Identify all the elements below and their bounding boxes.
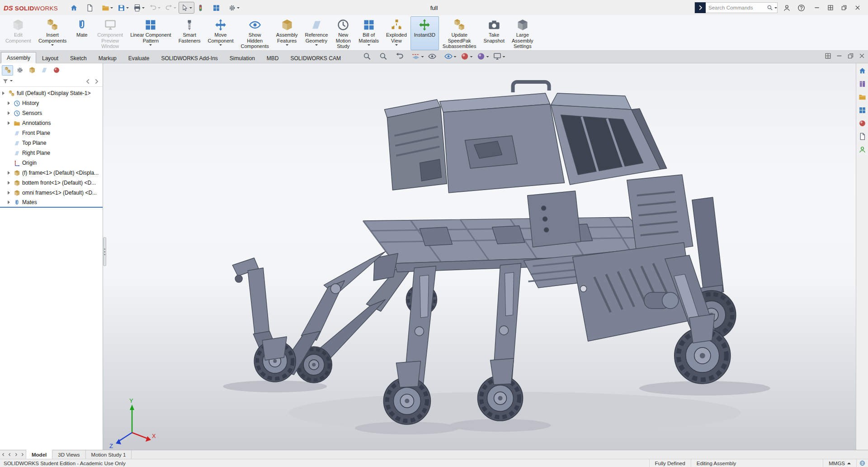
- expand-caret-icon[interactable]: [2, 91, 6, 95]
- tree-item[interactable]: Right Plane: [0, 148, 103, 158]
- view-toolbar-button[interactable]: [378, 51, 393, 62]
- quick-access-button[interactable]: [147, 2, 163, 14]
- doc-window-button[interactable]: [825, 52, 831, 61]
- tree-item[interactable]: History: [0, 98, 103, 108]
- ribbon-button[interactable]: Smart Fasteners: [175, 16, 204, 50]
- filter-icon[interactable]: [2, 78, 9, 85]
- doc-window-button[interactable]: [859, 52, 865, 61]
- ribbon-button[interactable]: Move Component: [204, 16, 237, 50]
- tree-item[interactable]: omni frames<1> (Default) <D...: [0, 188, 103, 198]
- search-input[interactable]: [706, 3, 765, 12]
- quick-access-button[interactable]: [226, 2, 242, 14]
- expand-caret-icon[interactable]: [8, 191, 12, 195]
- ribbon-button[interactable]: Show Hidden Components: [237, 16, 272, 50]
- task-pane-tab[interactable]: [857, 79, 867, 89]
- tree-item[interactable]: (f) frame<1> (Default) <Displa...: [0, 168, 103, 178]
- tab-scroll-button[interactable]: [20, 452, 24, 458]
- command-tab[interactable]: SOLIDWORKS CAM: [285, 52, 347, 63]
- tree-item[interactable]: Origin: [0, 158, 103, 168]
- tree-item[interactable]: bottem front<1> (Default) <D...: [0, 178, 103, 188]
- command-tab[interactable]: Sketch: [64, 52, 93, 63]
- panel-splitter-handle[interactable]: [103, 237, 106, 266]
- doc-window-button[interactable]: [836, 52, 843, 61]
- tab-scroll-button[interactable]: [14, 452, 18, 458]
- quick-access-button[interactable]: [163, 2, 179, 14]
- task-pane-tab[interactable]: [857, 105, 867, 115]
- expand-caret-icon[interactable]: [8, 111, 12, 115]
- tab-scroll-button[interactable]: [8, 452, 12, 458]
- doc-window-button[interactable]: [847, 52, 854, 61]
- unit-system-selector[interactable]: MMGS: [823, 459, 856, 467]
- ribbon-button[interactable]: Assembly Features: [273, 16, 302, 50]
- view-toolbar-button[interactable]: [443, 51, 458, 62]
- task-pane-tab[interactable]: [857, 92, 867, 102]
- tree-item[interactable]: Top Plane: [0, 138, 103, 148]
- expand-caret-icon[interactable]: [8, 181, 12, 185]
- tree-item[interactable]: Front Plane: [0, 128, 103, 138]
- web-status-button[interactable]: [856, 459, 868, 467]
- task-pane-tab[interactable]: [857, 131, 867, 141]
- ribbon-button[interactable]: Bill of Materials: [355, 16, 382, 50]
- quick-access-button[interactable]: [210, 2, 226, 14]
- model-3d-view[interactable]: Y X Z: [103, 63, 856, 450]
- quick-access-button[interactable]: [115, 2, 131, 14]
- search-icon[interactable]: [767, 5, 773, 11]
- user-account-button[interactable]: [781, 2, 792, 13]
- quick-access-button[interactable]: [194, 2, 210, 14]
- task-pane-tab[interactable]: [857, 66, 867, 76]
- tree-item[interactable]: Annotations: [0, 118, 103, 128]
- command-tab[interactable]: MBD: [261, 52, 285, 63]
- tab-scroll-left-icon[interactable]: [85, 78, 91, 85]
- graphics-viewport[interactable]: Y X Z: [103, 63, 856, 450]
- tree-item[interactable]: Mates: [0, 198, 103, 208]
- manager-tab[interactable]: [2, 65, 13, 76]
- manager-tab[interactable]: [38, 65, 50, 76]
- expand-caret-icon[interactable]: [8, 171, 12, 175]
- tree-item[interactable]: full (Default) <Display State-1>: [0, 88, 103, 98]
- ribbon-button[interactable]: Reference Geometry: [302, 16, 332, 50]
- ribbon-button[interactable]: Large Assembly Settings: [508, 16, 537, 50]
- search-launch-button[interactable]: [695, 2, 706, 13]
- view-toolbar-button[interactable]: [410, 51, 425, 62]
- manager-tab[interactable]: [14, 65, 25, 76]
- document-tab[interactable]: Motion Study 1: [86, 450, 132, 459]
- quick-access-button[interactable]: [84, 2, 99, 14]
- manager-tab[interactable]: [26, 65, 38, 76]
- window-control-button[interactable]: [824, 2, 837, 14]
- assembly-model[interactable]: [232, 82, 736, 384]
- quick-access-button[interactable]: [68, 2, 84, 14]
- view-toolbar-button[interactable]: [427, 51, 442, 62]
- ribbon-button[interactable]: New Motion Study: [331, 16, 355, 50]
- tab-scroll-right-icon[interactable]: [93, 78, 99, 85]
- command-tab[interactable]: Layout: [36, 52, 64, 63]
- view-toolbar-button[interactable]: [492, 51, 507, 62]
- filter-caret-icon[interactable]: [10, 80, 13, 83]
- expand-caret-icon[interactable]: [8, 200, 12, 204]
- manager-tab[interactable]: [51, 65, 62, 76]
- tree-item[interactable]: Sensors: [0, 108, 103, 118]
- ribbon-button[interactable]: Component Preview Window: [94, 16, 127, 50]
- command-tab[interactable]: Evaluate: [123, 52, 156, 63]
- ribbon-button[interactable]: Take Snapshot: [480, 16, 508, 50]
- tab-scroll-button[interactable]: [1, 452, 5, 458]
- view-toolbar-button[interactable]: [476, 51, 491, 62]
- command-tab[interactable]: Markup: [93, 52, 123, 63]
- view-toolbar-button[interactable]: [362, 51, 377, 62]
- view-toolbar-button[interactable]: [459, 51, 474, 62]
- view-toolbar-button[interactable]: [394, 51, 409, 62]
- window-control-button[interactable]: [837, 2, 851, 14]
- ribbon-button[interactable]: Linear Component Pattern: [127, 16, 175, 50]
- quick-access-button[interactable]: [99, 2, 115, 14]
- document-tab[interactable]: Model: [26, 450, 52, 459]
- task-pane-tab[interactable]: [857, 144, 867, 154]
- expand-caret-icon[interactable]: [8, 121, 12, 125]
- ribbon-button[interactable]: Exploded View: [382, 16, 410, 50]
- expand-caret-icon[interactable]: [8, 101, 12, 105]
- ribbon-button[interactable]: Edit Component: [2, 16, 35, 50]
- ribbon-button[interactable]: Update SpeedPak Subassemblies: [439, 16, 480, 50]
- command-tab[interactable]: SOLIDWORKS Add-Ins: [155, 52, 223, 63]
- quick-access-button[interactable]: [131, 2, 147, 14]
- task-pane-tab[interactable]: [857, 118, 867, 128]
- ribbon-button[interactable]: Mate: [70, 16, 94, 50]
- command-tab[interactable]: Assembly: [1, 52, 36, 63]
